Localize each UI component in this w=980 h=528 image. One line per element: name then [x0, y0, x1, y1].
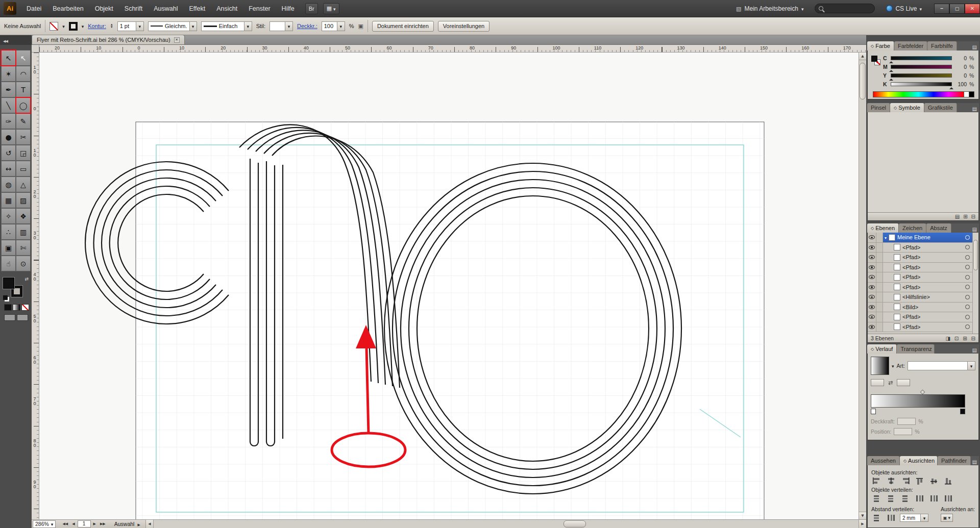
gradient-button[interactable]: [13, 304, 20, 311]
target-icon[interactable]: [965, 315, 970, 319]
channel-value[interactable]: 0: [954, 64, 967, 70]
channel-value[interactable]: 0: [954, 72, 967, 79]
reverse-gradient-icon[interactable]: ⇄: [888, 380, 893, 386]
panel-tab[interactable]: Pinsel: [867, 103, 890, 112]
slice-tool[interactable]: ✄: [16, 240, 31, 256]
object-name[interactable]: <Pfad>: [902, 264, 920, 270]
zoom-level[interactable]: 286%: [33, 520, 56, 528]
pen-tool[interactable]: ✒: [1, 82, 16, 97]
slider-thumb-icon[interactable]: [889, 59, 893, 63]
blend-tool[interactable]: ❖: [16, 208, 31, 224]
menu-item[interactable]: Hilfe: [276, 5, 300, 12]
chevron-down-icon[interactable]: [62, 23, 65, 29]
vertical-scrollbar[interactable]: ▲ ▼: [859, 53, 866, 519]
object-name[interactable]: <Pfad>: [902, 284, 920, 290]
distribute-right-button[interactable]: [943, 494, 953, 502]
channel-slider[interactable]: [891, 82, 952, 86]
lock-cell[interactable]: [876, 303, 883, 312]
slider-thumb-icon[interactable]: [889, 77, 893, 81]
scroll-left-icon[interactable]: ◀: [146, 520, 154, 528]
column-graph-tool[interactable]: ▥: [16, 224, 31, 240]
panel-menu-icon[interactable]: [972, 105, 977, 112]
scroll-down-icon[interactable]: ▼: [859, 512, 866, 519]
align-vertical-bottom-button[interactable]: [943, 477, 953, 485]
object-name[interactable]: <Pfad>: [902, 254, 920, 260]
gradient-type-select[interactable]: [908, 361, 975, 370]
visibility-icon[interactable]: [869, 285, 875, 289]
layer-row[interactable]: <Pfad>: [868, 283, 972, 293]
stroke-weight-select[interactable]: 1 pt: [117, 21, 144, 31]
object-name[interactable]: <Pfad>: [902, 244, 920, 250]
document-tab[interactable]: Flyer mit Retro-Schrift.ai bei 286 % (CM…: [32, 35, 185, 44]
previous-artboard-icon[interactable]: ◀: [70, 522, 76, 526]
distribute-horizontal-center-button[interactable]: [928, 494, 939, 502]
rotate-tool[interactable]: ↺: [1, 145, 16, 161]
target-icon[interactable]: [965, 285, 970, 289]
visibility-icon[interactable]: [869, 265, 875, 269]
tool-status[interactable]: Auswahl: [114, 521, 140, 527]
panel-menu-icon[interactable]: [972, 225, 977, 233]
default-fill-stroke-icon[interactable]: [3, 295, 8, 300]
layer-row[interactable]: <Bild>: [868, 303, 972, 313]
horizontal-spacing-button[interactable]: [886, 514, 896, 522]
gradient-position-field[interactable]: [894, 428, 912, 435]
channel-value[interactable]: 0: [954, 55, 967, 61]
menu-item[interactable]: Datei: [21, 5, 47, 12]
distribute-left-button[interactable]: [914, 494, 925, 502]
delete-layer-icon[interactable]: ⊟: [971, 336, 975, 341]
scroll-up-icon[interactable]: ▲: [859, 53, 866, 60]
horizontal-ruler[interactable]: 2010010203040506070809010011012013014015…: [39, 45, 866, 53]
gradient-thumbnail[interactable]: [871, 357, 889, 375]
channel-value[interactable]: 100: [954, 81, 967, 87]
panel-tab[interactable]: Absatz: [926, 223, 951, 233]
paintbrush-tool[interactable]: ✑: [1, 113, 16, 129]
chevron-down-icon[interactable]: [892, 362, 894, 369]
object-name[interactable]: <Pfad>: [902, 314, 920, 320]
workspace-switcher[interactable]: Mein Arbeitsbereich: [731, 5, 808, 12]
target-icon[interactable]: [965, 305, 970, 309]
line-segment-tool[interactable]: ╲: [1, 97, 16, 113]
gradient-angle-field[interactable]: [871, 379, 884, 386]
target-icon[interactable]: [965, 255, 970, 260]
slider-thumb-icon[interactable]: [889, 68, 893, 72]
close-button[interactable]: [965, 4, 980, 14]
visibility-icon[interactable]: [869, 275, 875, 279]
gradient-stop-end[interactable]: [960, 409, 965, 414]
layer-row[interactable]: <Hilfslinie>: [868, 292, 972, 303]
lock-cell[interactable]: [876, 263, 883, 272]
direct-selection-tool[interactable]: ↖: [16, 50, 31, 66]
panel-menu-icon[interactable]: [972, 43, 977, 51]
target-icon[interactable]: [965, 324, 970, 329]
scrollbar-thumb[interactable]: [564, 520, 586, 527]
none-button[interactable]: [21, 304, 29, 311]
panel-fill-stroke-indicator[interactable]: [871, 56, 881, 67]
chevron-down-icon[interactable]: [82, 23, 84, 29]
graphic-style-select[interactable]: [270, 21, 293, 31]
new-sublayer-icon[interactable]: ⊡: [954, 336, 959, 341]
type-tool[interactable]: T: [16, 82, 31, 97]
object-name[interactable]: <Pfad>: [902, 274, 920, 280]
magic-wand-tool[interactable]: ✶: [1, 66, 16, 82]
stroke-weight-stepper[interactable]: ▲▼: [110, 23, 113, 29]
layer-row[interactable]: <Pfad>: [868, 322, 972, 333]
first-artboard-icon[interactable]: ◀◀: [61, 522, 69, 526]
minimize-button[interactable]: [934, 4, 949, 14]
menu-item[interactable]: Objekt: [89, 5, 119, 12]
align-horizontal-right-button[interactable]: [900, 477, 911, 485]
document-setup-button[interactable]: Dokument einrichten: [372, 21, 434, 32]
free-transform-tool[interactable]: ▭: [16, 161, 31, 177]
next-artboard-icon[interactable]: ▶: [92, 522, 97, 526]
mesh-tool[interactable]: ▦: [1, 192, 16, 208]
gradient-midpoint-icon[interactable]: [920, 390, 925, 395]
panel-tab[interactable]: Ebenen: [867, 223, 899, 233]
menu-item[interactable]: Schrift: [119, 5, 148, 12]
gradient-stop-start[interactable]: [871, 409, 876, 414]
panel-tab[interactable]: Aussehen: [867, 456, 900, 465]
target-icon[interactable]: [965, 295, 970, 299]
lock-cell[interactable]: [876, 272, 883, 282]
panel-tab[interactable]: Farbhilfe: [927, 41, 957, 51]
panel-tab[interactable]: Symbole: [890, 103, 924, 112]
gradient-aspect-field[interactable]: [897, 379, 910, 386]
opacity-link[interactable]: Deckkr.:: [297, 23, 317, 29]
opacity-mask-icon[interactable]: [358, 23, 363, 30]
